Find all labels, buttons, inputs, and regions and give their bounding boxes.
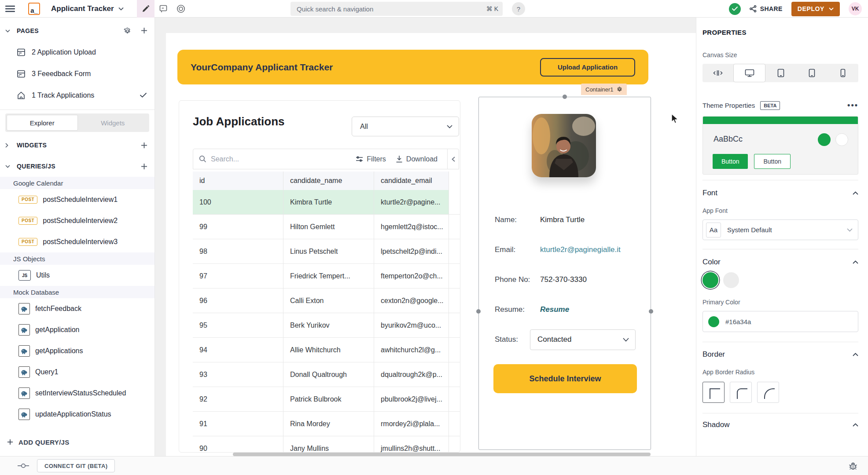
column-header-candidate-name[interactable]: candidate_name [283, 172, 374, 190]
app-title-chevron-down-icon[interactable] [118, 7, 124, 11]
pages-settings-gear-icon[interactable] [124, 27, 131, 35]
query-item[interactable]: JSUtils [0, 265, 154, 286]
queries-chevron-down-icon[interactable] [5, 165, 17, 168]
query-item[interactable]: POSTpostScheduleInterview3 [0, 231, 154, 252]
app-font-select[interactable]: Aa System Default [702, 219, 858, 240]
resize-handle-top[interactable] [563, 95, 567, 99]
preview-mode-button[interactable] [172, 0, 190, 18]
table-row[interactable]: 99 Hilton Gemlett hgemlett2q@istoc... [193, 215, 460, 239]
cell-candidate-email: lpetschelt2p@indi... [374, 239, 449, 263]
share-button[interactable]: SHARE [750, 5, 783, 12]
comment-mode-button[interactable] [154, 0, 172, 18]
resize-handle-right[interactable] [649, 309, 653, 314]
widgets-chevron-right-icon[interactable] [5, 143, 17, 148]
add-query-plus-icon[interactable] [141, 163, 147, 170]
user-avatar[interactable]: VK [849, 2, 862, 15]
canvas-size-phone-icon[interactable] [828, 64, 858, 82]
hamburger-menu-icon[interactable] [0, 0, 20, 18]
query-item[interactable]: fetchFeedback [0, 298, 154, 319]
header-banner-container[interactable]: YourCompany Applicant Tracker Upload App… [177, 50, 648, 84]
schedule-interview-button[interactable]: Schedule Interview [493, 364, 637, 393]
canvas-size-tablet-icon[interactable] [796, 64, 827, 82]
column-header-candidate-email[interactable]: candidate_email [374, 172, 449, 190]
app-title[interactable]: Applicant Tracker [51, 4, 114, 13]
query-item[interactable]: getApplication [0, 319, 154, 340]
debug-bug-icon[interactable] [849, 461, 857, 470]
tab-widgets[interactable]: Widgets [78, 115, 148, 131]
query-item[interactable]: updateApplicationStatus [0, 404, 154, 425]
properties-panel: PROPERTIES Canvas Size Theme Properties … [696, 18, 868, 456]
table-row[interactable]: 91 Rina Mordey rmordey2i@plala... [193, 412, 460, 436]
table-search-input[interactable] [211, 155, 356, 163]
sidebar-page-item[interactable]: 3 Feeedback Form [0, 63, 154, 84]
datasource-group-header: Mock Database [0, 286, 154, 298]
canvas-size-tablet-large-icon[interactable] [765, 64, 796, 82]
cell-candidate-name: Kimbra Turtle [283, 190, 374, 214]
field-link[interactable]: Resume [540, 305, 569, 314]
border-collapse-chevron-up-icon[interactable] [853, 353, 858, 356]
canvas-size-fluid-icon[interactable] [702, 64, 733, 82]
field-label: Phone No: [495, 275, 540, 285]
table-row[interactable]: 100 Kimbra Turtle kturtle2r@pagine... [193, 190, 460, 215]
primary-color-swatch[interactable] [702, 272, 718, 288]
sidebar-page-item[interactable]: 2 Application Upload [0, 41, 154, 63]
status-bar: CONNECT GIT (BETA) [0, 456, 868, 475]
font-collapse-chevron-up-icon[interactable] [853, 191, 858, 195]
table-row[interactable]: 93 Donall Qualtrough dqualtrough2k@p... [193, 362, 460, 387]
status-select[interactable]: Contacted [530, 329, 636, 350]
column-header-id[interactable]: id [193, 172, 283, 190]
current-page-check-icon [140, 93, 147, 98]
collapse-panel-chevron-left-icon[interactable] [447, 149, 459, 169]
table-row[interactable]: 98 Linus Petschelt lpetschelt2p@indi... [193, 239, 460, 264]
table-row[interactable]: 90 Jany Mullins jmullins2h@shutt... [193, 436, 460, 453]
query-item[interactable]: Query1 [0, 362, 154, 383]
help-button[interactable]: ? [512, 2, 525, 15]
query-item[interactable]: POSTpostScheduleInterview2 [0, 210, 154, 231]
widget-settings-gear-icon[interactable] [617, 87, 622, 92]
table-row[interactable]: 95 Berk Yurikov byurikov2m@uco... [193, 313, 460, 338]
query-item[interactable]: setInterviewStatusScheduled [0, 383, 154, 404]
resize-handle-left[interactable] [476, 309, 481, 314]
home-page-icon [17, 91, 26, 100]
border-radius-round-option[interactable] [757, 382, 779, 403]
pages-section-header: PAGES [0, 20, 154, 41]
quick-search-input[interactable] [297, 5, 486, 13]
horizontal-scrollbar[interactable] [233, 453, 651, 456]
query-item[interactable]: POSTpostScheduleInterview1 [0, 189, 154, 210]
detail-field-row: Phone No:752-370-3330 [495, 265, 638, 295]
color-collapse-chevron-up-icon[interactable] [853, 260, 858, 264]
cell-id: 97 [193, 264, 283, 288]
candidate-detail-container[interactable]: Name:Kimbra TurtleEmail:kturtle2r@pagine… [478, 97, 651, 450]
field-link[interactable]: kturtle2r@paginegialle.it [540, 245, 621, 254]
table-row[interactable]: 96 Calli Exton cexton2n@google... [193, 289, 460, 313]
add-widget-plus-icon[interactable] [141, 142, 147, 149]
add-page-plus-icon[interactable] [141, 27, 147, 35]
border-radius-sharp-option[interactable] [702, 382, 725, 403]
query-item[interactable]: getApplications [0, 340, 154, 362]
canvas-size-desktop-icon[interactable] [733, 64, 765, 82]
pages-chevron-down-icon[interactable] [5, 29, 17, 33]
border-radius-medium-option[interactable] [730, 382, 752, 403]
status-filter-select[interactable]: All [352, 117, 459, 136]
tab-explorer[interactable]: Explorer [7, 115, 78, 131]
properties-header: PROPERTIES [702, 29, 858, 36]
background-color-swatch[interactable] [723, 272, 739, 288]
upload-application-button[interactable]: Upload Application [540, 58, 635, 77]
theme-menu-dots-icon[interactable]: ••• [847, 101, 858, 110]
primary-color-input[interactable]: #16a34a [702, 311, 858, 332]
table-row[interactable]: 94 Allie Whitchurch awhitchurch2l@g... [193, 338, 460, 362]
table-row[interactable]: 97 Friedrick Tempert... ftemperton2o@ch.… [193, 264, 460, 289]
selected-widget-tag[interactable]: Container1 [581, 84, 627, 95]
deploy-button[interactable]: DEPLOY [791, 2, 840, 16]
quick-search-bar[interactable]: ⌘ K [291, 2, 503, 16]
edit-mode-button[interactable] [137, 0, 154, 18]
shadow-collapse-chevron-up-icon[interactable] [853, 423, 858, 427]
connect-git-button[interactable]: CONNECT GIT (BETA) [37, 459, 115, 472]
js-object-icon: JS [18, 270, 31, 281]
theme-preview-card[interactable]: AaBbCc Button Button [702, 116, 858, 175]
table-row[interactable]: 92 Patrick Bulbrook pbulbrook2j@livej... [193, 387, 460, 412]
add-query-js-button[interactable]: ADD QUERY/JS [0, 431, 154, 453]
download-button[interactable]: Download [396, 155, 438, 163]
filters-button[interactable]: Filters [356, 155, 386, 163]
sidebar-page-item[interactable]: 1 Track Applications [0, 84, 154, 106]
